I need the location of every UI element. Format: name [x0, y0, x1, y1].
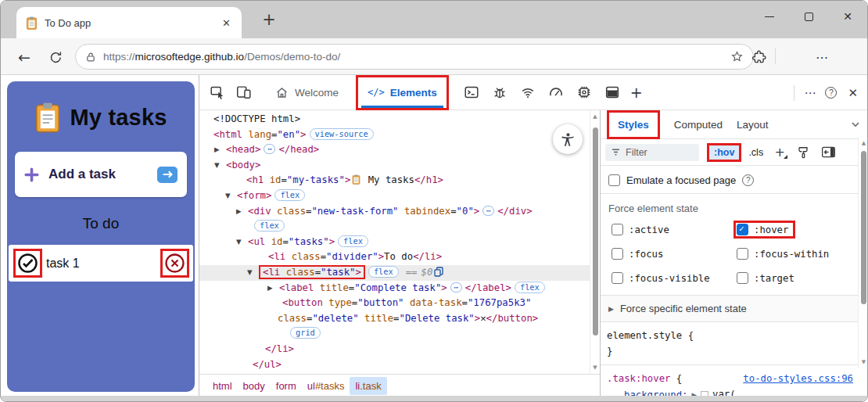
element-classes-button[interactable]: .cls — [748, 147, 763, 158]
tree-row[interactable]: grid — [199, 326, 590, 342]
add-task-button[interactable]: Add a task — [15, 152, 187, 197]
tab-layout[interactable]: Layout — [737, 119, 769, 131]
tree-row[interactable]: <li class="divider">To do</li> — [199, 249, 590, 265]
back-button[interactable]: ← — [13, 46, 35, 68]
network-icon[interactable] — [519, 84, 536, 101]
breadcrumb-item[interactable]: ul#tasks — [302, 377, 350, 395]
inline-ellipsis-icon[interactable]: ⋯ — [482, 206, 494, 216]
tree-row[interactable]: ▼<body> — [199, 158, 590, 174]
application-icon[interactable] — [576, 84, 593, 101]
scroll-up-icon[interactable]: ▲ — [590, 113, 600, 120]
styles-scrollbar[interactable]: ▲ ▼ — [858, 137, 868, 368]
state-checkbox-hover[interactable]: :hover — [733, 221, 795, 239]
scrollbar-thumb[interactable] — [593, 127, 598, 336]
inline-ellipsis-icon[interactable]: ⋯ — [264, 144, 275, 154]
browser-tab[interactable]: To Do app ✕ — [16, 7, 242, 38]
emulate-focused-checkbox[interactable] — [608, 174, 620, 186]
chevron-down-icon[interactable] — [850, 119, 861, 132]
expand-arrow-icon[interactable]: ▶ — [236, 204, 242, 220]
toggle-panel-icon[interactable] — [820, 144, 837, 160]
lock-icon[interactable] — [85, 52, 96, 63]
stylesheet-link[interactable]: to-do-styles.css:96 — [743, 371, 853, 386]
layout-badge[interactable]: flex — [254, 220, 285, 232]
expand-arrow-icon[interactable]: ▶ — [214, 142, 220, 158]
checkbox-icon[interactable] — [737, 272, 748, 284]
extensions-icon[interactable] — [748, 46, 770, 68]
state-checkbox-focus[interactable]: :focus — [608, 245, 670, 263]
tree-row[interactable]: </ul> — [199, 357, 590, 373]
styles-filter-input[interactable]: Filter — [605, 144, 699, 161]
layout-badge[interactable]: flex — [368, 266, 399, 278]
tree-row[interactable]: <h1 id="my-tasks"> My tasks</h1> — [199, 173, 590, 188]
device-toolbar-icon[interactable] — [235, 84, 253, 101]
breadcrumb-item[interactable]: body — [238, 377, 271, 395]
breadcrumb-item[interactable]: form — [271, 377, 302, 395]
tree-row[interactable]: ▼<li class="task">flex==$0 — [199, 265, 590, 281]
tab-computed[interactable]: Computed — [674, 119, 723, 131]
tree-row[interactable]: <html lang="en">view-source — [199, 127, 590, 143]
tree-row[interactable]: <button type="button" data-task="1767pa5… — [199, 296, 590, 311]
layout-badge[interactable]: view-source — [310, 128, 374, 140]
state-checkbox-target[interactable]: :target — [733, 269, 802, 287]
tree-row[interactable]: ▶<label title="Complete task">⋯</label>f… — [199, 281, 590, 296]
delete-task-icon[interactable] — [164, 253, 185, 274]
tree-row[interactable]: ▼<form>flex — [199, 188, 590, 204]
layout-badge[interactable]: flex — [338, 235, 368, 247]
address-bar[interactable]: https://microsoftedge.github.io/Demos/de… — [75, 44, 754, 70]
help-icon[interactable]: ? — [742, 174, 754, 186]
state-checkbox-focus-within[interactable]: :focus-within — [733, 245, 836, 263]
checkbox-icon[interactable] — [737, 248, 748, 260]
tab-elements[interactable]: Elements — [390, 87, 437, 99]
tree-row[interactable]: ▶<div class="new-task-form" tabindex="0"… — [199, 204, 590, 220]
checkbox-icon[interactable] — [612, 272, 623, 284]
force-specific-state-row[interactable]: ▶ Force specific element state — [601, 295, 858, 322]
expand-arrow-icon[interactable]: ▼ — [247, 265, 253, 281]
new-style-rule-button[interactable]: + — [773, 145, 786, 160]
new-tab-button[interactable]: + — [259, 10, 279, 29]
bug-icon[interactable] — [491, 84, 508, 101]
css-rule-task-hover[interactable]: .task:hover { to-do-styles.css:96 backgr… — [601, 365, 858, 397]
layout-badge[interactable]: grid — [290, 327, 321, 339]
layout-badge[interactable]: flex — [274, 189, 305, 201]
browser-menu-icon[interactable]: ⋯ — [811, 46, 833, 68]
performance-icon[interactable] — [547, 84, 565, 101]
toggle-element-state-button[interactable]: :hov — [709, 145, 739, 160]
close-devtools-icon[interactable]: ✕ — [848, 86, 858, 100]
tab-styles[interactable]: Styles — [618, 119, 649, 131]
expand-arrow-icon[interactable]: ▼ — [236, 235, 242, 250]
breadcrumb-item[interactable]: html — [207, 377, 238, 395]
tree-row[interactable]: flex — [199, 219, 590, 235]
inline-ellipsis-icon[interactable]: ⋯ — [450, 282, 462, 293]
favorites-star-icon[interactable] — [730, 50, 744, 63]
expand-arrow-icon[interactable]: ▶ — [267, 281, 273, 296]
console-icon[interactable] — [463, 84, 480, 101]
scrollbar-thumb[interactable] — [861, 151, 866, 304]
tree-scrollbar[interactable]: ▲ ▼ — [590, 110, 600, 374]
element-style-block[interactable]: element.style { } — [601, 322, 858, 365]
layout-badge[interactable]: flex — [515, 282, 545, 293]
accessibility-person-icon[interactable] — [553, 124, 583, 154]
checkbox-icon[interactable] — [612, 224, 623, 235]
expand-arrow-icon[interactable]: ▼ — [225, 188, 231, 204]
checkbox-icon[interactable] — [612, 248, 623, 260]
maximize-button[interactable] — [789, 1, 828, 32]
scroll-down-icon[interactable]: ▼ — [859, 359, 868, 365]
task-row[interactable]: task 1 — [9, 245, 193, 282]
breadcrumb-item[interactable]: li.task — [350, 377, 386, 395]
more-tabs-icon[interactable]: + — [630, 84, 643, 101]
state-checkbox-focus-visible[interactable]: :focus-visible — [608, 269, 717, 287]
help-icon[interactable]: ? — [825, 87, 837, 99]
checkbox-icon[interactable] — [737, 224, 748, 235]
state-checkbox-active[interactable]: :active — [608, 221, 676, 239]
inspect-element-icon[interactable] — [209, 84, 226, 101]
tab-close-icon[interactable]: ✕ — [219, 16, 234, 31]
scroll-down-icon[interactable]: ▼ — [590, 364, 600, 371]
expand-arrow-icon[interactable]: ▼ — [214, 158, 220, 174]
complete-task-icon[interactable] — [17, 253, 38, 274]
tree-row[interactable]: ▶<head>⋯</head> — [199, 142, 590, 158]
minimize-button[interactable] — [750, 1, 789, 32]
devtools-menu-icon[interactable]: ⋯ — [804, 86, 816, 100]
tree-row[interactable]: class="delete" title="Delete task">✕</bu… — [199, 311, 590, 327]
submit-task-button[interactable] — [157, 167, 178, 183]
tree-row[interactable]: <!DOCTYPE html> — [199, 112, 590, 127]
